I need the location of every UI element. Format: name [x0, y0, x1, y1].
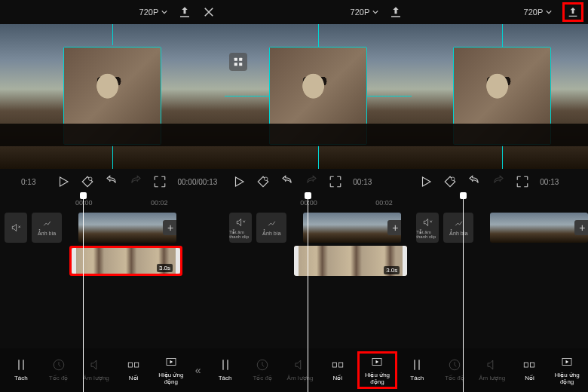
- guide-bottom: [112, 145, 113, 169]
- panel-2: 720P 00:13 00:0000:02 Tắt âm thanh clip …: [225, 0, 412, 392]
- fullscreen-icon[interactable]: [516, 175, 529, 188]
- play-icon[interactable]: [57, 175, 70, 188]
- overlay-image[interactable]: [63, 47, 161, 145]
- add-clip-icon[interactable]: +: [387, 220, 401, 235]
- playhead[interactable]: [308, 194, 308, 392]
- redo-icon[interactable]: [129, 175, 142, 188]
- grid-icon[interactable]: [229, 53, 247, 71]
- overlay-clip[interactable]: 3.0s: [294, 246, 407, 276]
- undo-icon[interactable]: [280, 175, 294, 188]
- time-left: 0:13: [21, 178, 35, 186]
- cover-button[interactable]: Ảnh bìa: [256, 213, 286, 243]
- tool-animation-highlighted[interactable]: Hiệu ứng động: [357, 351, 398, 389]
- redo-icon[interactable]: [492, 175, 505, 188]
- export-icon[interactable]: [389, 5, 403, 19]
- mute-button[interactable]: Tắt âm thanh clip: [229, 213, 252, 243]
- overlay-image[interactable]: [269, 47, 367, 145]
- svg-rect-13: [338, 363, 342, 367]
- tool-join[interactable]: Nối: [320, 351, 356, 389]
- svg-rect-2: [239, 58, 242, 61]
- close-icon[interactable]: [202, 5, 216, 19]
- mute-button[interactable]: [5, 213, 27, 243]
- tool-join[interactable]: Nối: [115, 351, 152, 389]
- overlay-clip-selected[interactable]: 3.0s: [69, 246, 182, 276]
- fullscreen-icon[interactable]: [153, 175, 167, 188]
- tool-split[interactable]: Tách: [207, 351, 243, 389]
- svg-rect-12: [332, 363, 336, 367]
- export-icon-highlighted[interactable]: [562, 2, 583, 22]
- bottom-toolbar: Tách Tốc độ Âm lượng Nối Hiệu ứng động «…: [0, 348, 588, 392]
- preview-canvas[interactable]: [412, 24, 588, 169]
- svg-point-5: [265, 177, 268, 181]
- tool-volume: Âm lượng: [282, 351, 318, 389]
- timecode: 00:00/00:13: [177, 178, 217, 186]
- preview-canvas[interactable]: [225, 24, 412, 169]
- svg-point-0: [89, 177, 93, 181]
- tool-split[interactable]: Tách: [3, 351, 39, 389]
- add-clip-icon[interactable]: +: [163, 220, 176, 235]
- chevron-left-icon[interactable]: «: [191, 364, 206, 376]
- fullscreen-icon[interactable]: [329, 175, 342, 188]
- video-clip[interactable]: +: [303, 213, 401, 243]
- export-icon[interactable]: [178, 5, 191, 19]
- cover-button[interactable]: Ảnh bìa: [443, 213, 473, 243]
- keyframe-icon[interactable]: [443, 175, 457, 188]
- tool-speed: Tốc độ: [244, 351, 280, 389]
- add-clip-icon[interactable]: +: [574, 220, 588, 235]
- panel-1: 720P 0:13 00:00/00:13 00:0000:02 Ảnh bìa…: [0, 0, 225, 392]
- resolution-selector[interactable]: 720P: [351, 8, 379, 17]
- mute-button[interactable]: Tắt âm thanh clip: [416, 213, 439, 243]
- timecode: 00:13: [540, 178, 559, 186]
- keyframe-icon[interactable]: [256, 175, 270, 188]
- tool-split[interactable]: Tách: [399, 351, 435, 389]
- timecode: 00:13: [353, 178, 372, 186]
- tool-speed: Tốc độ: [41, 351, 77, 389]
- resolution-selector[interactable]: 720P: [524, 8, 553, 17]
- duration-badge: 3.0s: [157, 264, 173, 272]
- svg-rect-9: [135, 363, 139, 367]
- tool-animation[interactable]: Hiệu ứng động: [549, 351, 585, 389]
- overlay-image[interactable]: [453, 47, 551, 145]
- tool-animation[interactable]: Hiệu ứng động: [153, 351, 189, 389]
- playback-controls: 0:13 00:00/00:13: [0, 169, 225, 194]
- svg-rect-8: [128, 363, 132, 367]
- tool-join[interactable]: Nối: [512, 351, 548, 389]
- undo-icon[interactable]: [467, 175, 481, 188]
- preview-canvas[interactable]: [0, 24, 225, 169]
- play-icon[interactable]: [419, 175, 433, 188]
- svg-point-6: [452, 177, 455, 181]
- playhead[interactable]: [83, 194, 84, 392]
- svg-rect-4: [239, 63, 242, 66]
- video-clip[interactable]: +: [78, 213, 176, 243]
- svg-rect-3: [234, 63, 237, 66]
- guide-top: [112, 24, 113, 45]
- undo-icon[interactable]: [105, 175, 118, 188]
- svg-rect-17: [531, 363, 534, 367]
- keyframe-icon[interactable]: [81, 175, 94, 188]
- play-icon[interactable]: [232, 175, 246, 188]
- panel-3: 720P 00:13 Tắt âm thanh clip Ảnh bìa +: [412, 0, 588, 392]
- svg-rect-16: [525, 363, 528, 367]
- topbar: 720P: [0, 0, 225, 24]
- cover-button[interactable]: Ảnh bìa: [32, 213, 62, 243]
- tool-volume: Âm lượng: [474, 351, 510, 389]
- resolution-selector[interactable]: 720P: [139, 8, 168, 17]
- video-clip[interactable]: +: [490, 213, 588, 243]
- svg-rect-1: [234, 58, 237, 61]
- playhead[interactable]: [463, 194, 464, 392]
- tool-speed: Tốc độ: [436, 351, 473, 389]
- redo-icon[interactable]: [305, 175, 318, 188]
